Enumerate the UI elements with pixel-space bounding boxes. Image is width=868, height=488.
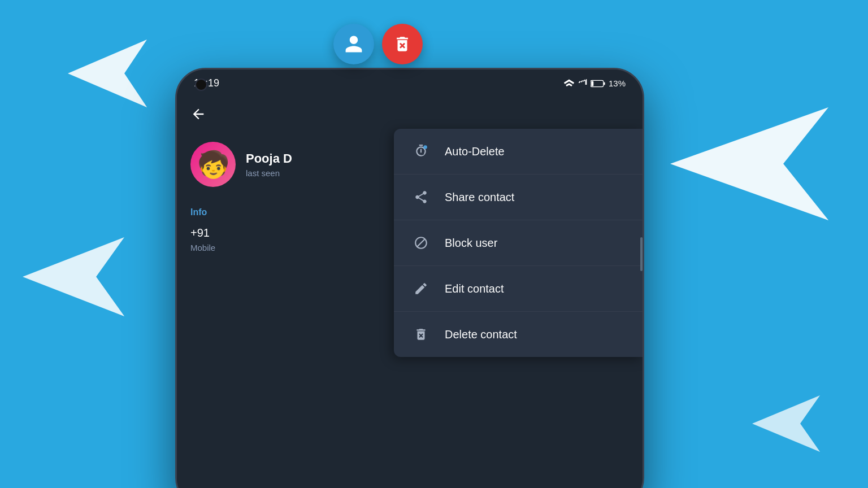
share-icon	[413, 189, 429, 205]
back-button[interactable]	[190, 106, 355, 126]
info-label: Info	[190, 207, 355, 217]
screen: 🧒 Pooja D last seen Info +91 Mobile	[177, 95, 643, 488]
profile-section: 🧒 Pooja D last seen Info +91 Mobile	[177, 95, 369, 488]
svg-point-11	[423, 145, 427, 149]
profile-status: last seen	[246, 168, 292, 178]
bg-plane-top-left	[62, 34, 153, 115]
phone-frame: 12:19 13%	[175, 68, 644, 488]
avatar: 🧒	[190, 142, 236, 187]
menu-item-delete-contact[interactable]: Delete contact	[394, 312, 643, 357]
status-bar: 12:19 13%	[177, 69, 643, 95]
bg-plane-mid-left	[17, 226, 130, 330]
bg-plane-top-right	[665, 90, 834, 239]
edit-icon	[413, 281, 429, 297]
wifi-icon	[563, 79, 575, 88]
block-user-label: Block user	[445, 237, 497, 250]
profile-text: Pooja D last seen	[246, 151, 292, 178]
battery-pct: 13%	[609, 79, 626, 88]
menu-item-edit-contact[interactable]: Edit contact	[394, 266, 643, 312]
phone-number: +91	[190, 226, 355, 239]
block-icon	[413, 235, 429, 251]
svg-rect-10	[591, 81, 593, 86]
menu-item-block-user[interactable]: Block user	[394, 220, 643, 266]
scrollbar[interactable]	[640, 237, 643, 271]
share-contact-label: Share contact	[445, 191, 514, 204]
profile-info: 🧒 Pooja D last seen	[190, 142, 355, 187]
edit-contact-label: Edit contact	[445, 282, 504, 295]
floating-buttons	[333, 24, 423, 64]
bg-plane-bottom-right	[749, 390, 823, 460]
person-button[interactable]	[333, 24, 374, 64]
menu-item-share-contact[interactable]: Share contact	[394, 175, 643, 220]
profile-name: Pooja D	[246, 151, 292, 166]
auto-delete-label: Auto-Delete	[445, 145, 505, 158]
delete-contact-icon	[413, 326, 429, 342]
timer-icon	[413, 143, 429, 159]
delete-button[interactable]	[382, 24, 423, 64]
menu-item-auto-delete[interactable]: Auto-Delete	[394, 129, 643, 175]
battery-icon	[591, 79, 605, 88]
context-menu: Auto-Delete Share contact Block us	[394, 129, 643, 357]
status-icons: 13%	[563, 79, 626, 88]
svg-rect-9	[604, 82, 605, 85]
signal-icon	[578, 79, 587, 88]
phone-type: Mobile	[190, 243, 355, 252]
delete-contact-label: Delete contact	[445, 328, 517, 341]
camera	[195, 79, 207, 91]
